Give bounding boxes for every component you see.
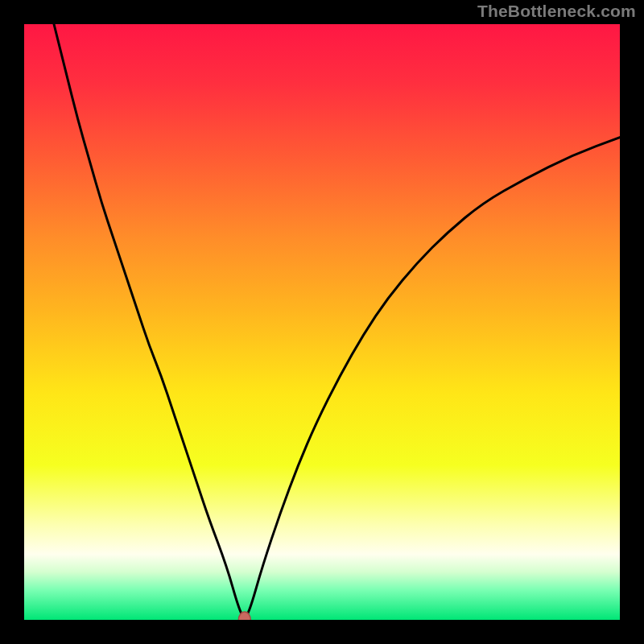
watermark-text: TheBottleneck.com: [477, 2, 636, 21]
plot-canvas: [24, 24, 620, 620]
plot-area: [24, 24, 620, 620]
chart-frame: TheBottleneck.com: [0, 0, 644, 644]
